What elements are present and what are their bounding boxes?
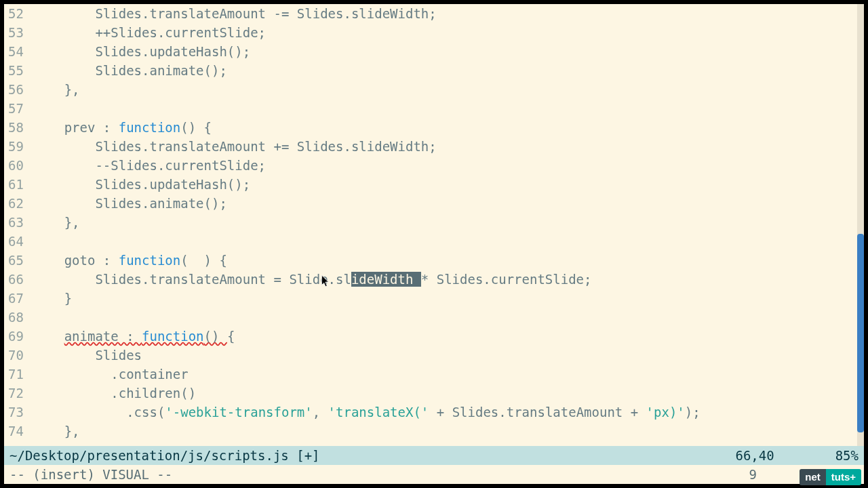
line-number: 67: [8, 289, 24, 308]
code-line[interactable]: [33, 99, 864, 118]
code-line[interactable]: }: [33, 289, 864, 308]
code-line[interactable]: Slides: [33, 346, 864, 365]
editor-window: 5253545556575859606162636465666768697071…: [4, 4, 864, 484]
vertical-scrollbar[interactable]: [857, 4, 864, 446]
line-number: 56: [8, 80, 24, 99]
line-number: 63: [8, 213, 24, 232]
code-area[interactable]: 5253545556575859606162636465666768697071…: [4, 4, 864, 446]
code-line[interactable]: animate : function() {: [33, 327, 864, 346]
logo-right: tuts+: [826, 469, 861, 485]
cursor-position: 66,40: [735, 446, 774, 465]
code-line[interactable]: .children(): [33, 384, 864, 403]
code-line[interactable]: Slides.translateAmount = Slide.slideWidt…: [33, 270, 864, 289]
line-number: 55: [8, 61, 24, 80]
line-number-gutter: 5253545556575859606162636465666768697071…: [4, 4, 33, 446]
line-number: 58: [8, 118, 24, 137]
code-line[interactable]: Slides.updateHash();: [33, 42, 864, 61]
scrollbar-thumb[interactable]: [857, 234, 864, 432]
nettuts-logo: net tuts+: [800, 469, 861, 485]
scroll-percentage: 85%: [835, 446, 859, 465]
line-number: 68: [8, 308, 24, 327]
line-number: 69: [8, 327, 24, 346]
code-line[interactable]: prev : function() {: [33, 118, 864, 137]
logo-left: net: [800, 469, 826, 485]
line-number: 60: [8, 156, 24, 175]
code-line[interactable]: --Slides.currentSlide;: [33, 156, 864, 175]
code-line[interactable]: Slides.updateHash();: [33, 175, 864, 194]
code-line[interactable]: },: [33, 422, 864, 441]
line-number: 64: [8, 232, 24, 251]
code-line[interactable]: goto : function( ) {: [33, 251, 864, 270]
mode-bar: -- (insert) VISUAL -- 9: [4, 465, 864, 484]
line-number: 74: [8, 422, 24, 441]
code-line[interactable]: },: [33, 213, 864, 232]
line-number: 65: [8, 251, 24, 270]
code-line[interactable]: ++Slides.currentSlide;: [33, 23, 864, 42]
line-number: 59: [8, 137, 24, 156]
line-number: 70: [8, 346, 24, 365]
line-number: 72: [8, 384, 24, 403]
line-number: 62: [8, 194, 24, 213]
line-number: 53: [8, 23, 24, 42]
line-number: 61: [8, 175, 24, 194]
code-line[interactable]: },: [33, 80, 864, 99]
line-number: 52: [8, 4, 24, 23]
code-content[interactable]: Slides.translateAmount -= Slides.slideWi…: [33, 4, 864, 446]
code-line[interactable]: Slides.translateAmount += Slides.slideWi…: [33, 137, 864, 156]
code-line[interactable]: Slides.animate();: [33, 194, 864, 213]
line-number: 66: [8, 270, 24, 289]
vim-mode-label: -- (insert) VISUAL --: [9, 465, 172, 484]
line-number: 71: [8, 365, 24, 384]
code-line[interactable]: Slides.translateAmount -= Slides.slideWi…: [33, 4, 864, 23]
code-line[interactable]: .container: [33, 365, 864, 384]
line-number: 54: [8, 42, 24, 61]
code-line[interactable]: [33, 308, 864, 327]
status-bar: ~/Desktop/presentation/js/scripts.js [+]…: [4, 446, 864, 465]
file-path: ~/Desktop/presentation/js/scripts.js [+]: [9, 446, 320, 465]
line-number: 73: [8, 403, 24, 422]
code-line[interactable]: .css('-webkit-transform', 'translateX(' …: [33, 403, 864, 422]
line-number: 57: [8, 99, 24, 118]
code-line[interactable]: [33, 232, 864, 251]
code-line[interactable]: Slides.animate();: [33, 61, 864, 80]
